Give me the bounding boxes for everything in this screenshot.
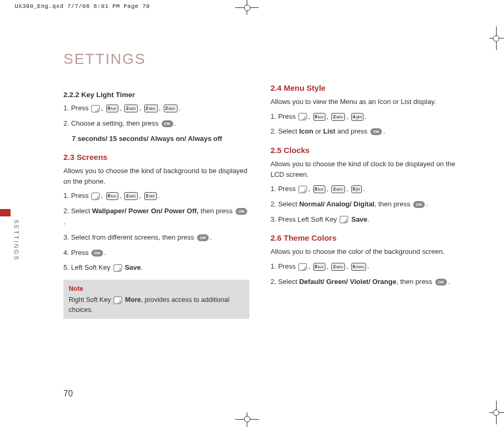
page-title: SETTINGS [63,51,456,68]
left-soft-key-icon [114,264,122,272]
note-box: Note Right Soft Key More, provides acces… [63,280,249,319]
text: 4. Press [63,249,90,257]
key-2-icon: 2abc [331,113,345,121]
text-bold: List [323,127,335,135]
page-number: 70 [63,389,73,398]
side-tab-label: SETTINGS [13,220,20,261]
options-2-2-2: 7 seconds/ 15 seconds/ Always on/ Always… [72,134,249,145]
key-8-icon: 8tuv [313,263,326,271]
left-column: 2.2.2 Key Light Timer 1. Press , 8tuv, 2… [63,83,249,319]
print-header: UX390_Eng.qxd 7/7/06 6:01 PM Page 70 [15,3,150,10]
key-2-icon: 2abc [124,192,138,200]
text: , then press [396,278,434,286]
heading-2-3: 2.3 Screens [63,153,249,162]
ok-key-icon: OK [413,201,425,208]
left-soft-key-icon [91,105,100,112]
step-2-2-2-2: 2. Choose a setting, then press OK. [63,118,249,129]
ok-key-icon: OK [162,120,173,127]
text: 2. Select [270,127,299,135]
step-2-3-5: 5. Left Soft Key Save. [63,262,249,273]
left-soft-key-icon [298,113,307,120]
right-column: 2.4 Menu Style Allows you to view the Me… [270,83,456,319]
text: 3. Press Left Soft Key [270,215,339,223]
key-3-icon: 3def [144,192,157,200]
key-4-icon: 4ghi [351,113,364,121]
step-2-3-1: 1. Press , 8tuv, 2abc, 3def. [63,191,249,202]
step-2-3-2: 2. Select Wallpaper/ Power On/ Power Off… [63,206,249,228]
step-2-4-2: 2. Select Icon or List and press OK. [270,126,456,137]
ok-key-icon: OK [435,279,447,286]
text-bold: Save [125,263,141,271]
text: 1. Press [270,112,297,120]
left-soft-key-icon [91,193,100,200]
text: and press [335,127,369,135]
heading-2-2-2: 2.2.2 Key Light Timer [63,91,249,99]
step-2-4-1: 1. Press , 8tuv, 2abc, 4ghi. [270,111,456,122]
left-soft-key-icon [340,216,348,223]
text-bold: Normal/ Analog/ Digital [299,200,375,208]
text: 2. Select [270,200,299,208]
step-2-6-1: 1. Press , 8tuv, 2abc, 6mno. [270,261,456,272]
key-8-icon: 8tuv [106,192,119,200]
ok-key-icon: OK [91,250,103,257]
intro-2-3: Allows you to choose the kind of backgro… [63,166,249,186]
text: 2. Select [270,278,299,286]
text-bold: Wallpaper/ Power On/ Power Off, [92,207,199,215]
text: 2. Choose a setting, then press [63,119,161,127]
ok-key-icon: OK [197,234,209,241]
key-2-icon: 2abc [164,105,178,112]
heading-2-6: 2.6 Theme Colors [270,233,456,242]
text: or [313,127,323,135]
step-2-2-2-1: 1. Press , 8tuv, 2abc, 2abc, 2abc. [63,103,249,114]
key-8-icon: 8tuv [106,105,119,112]
step-2-6-2: 2. Select Default/ Green/ Violet/ Orange… [270,277,456,288]
key-5-icon: 5jkl [351,185,362,193]
key-6-icon: 6mno [351,263,367,271]
step-2-5-3: 3. Press Left Soft Key Save. [270,214,456,225]
text: then press [199,207,235,215]
text: 5. Left Soft Key [63,263,113,271]
text: Right Soft Key [69,296,113,303]
side-accent-bar [0,209,11,216]
key-2-icon: 2abc [331,263,345,271]
key-2-icon: 2abc [124,105,138,112]
intro-2-5: Allows you to choose the kind of clock t… [270,159,456,179]
right-soft-key-icon [114,297,122,304]
text: 1. Press [63,192,90,200]
key-8-icon: 8tuv [313,185,326,193]
text: 2. Select [63,207,92,215]
text: 1. Press [270,185,297,193]
text: , then press [375,200,413,208]
text-bold: Icon [299,127,313,135]
step-2-5-2: 2. Select Normal/ Analog/ Digital, then … [270,199,456,210]
key-2-icon: 2abc [331,185,345,193]
step-2-5-1: 1. Press , 8tuv, 2abc, 5jkl. [270,184,456,195]
step-2-3-4: 4. Press OK. [63,248,249,259]
key-8-icon: 8tuv [313,113,326,121]
key-2-icon: 2abc [144,105,158,112]
note-title: Note [69,284,244,294]
text: 3. Select from different screens, then p… [63,233,196,241]
heading-2-5: 2.5 Clocks [270,146,456,155]
text: 1. Press [63,104,90,112]
text-bold: Default/ Green/ Violet/ Orange [299,278,396,286]
text: 1. Press [270,262,297,270]
intro-2-6: Allows you to choose the color of the ba… [270,246,456,257]
heading-2-4: 2.4 Menu Style [270,83,456,92]
left-soft-key-icon [298,186,307,193]
text-bold: Save [351,215,367,223]
ok-key-icon: OK [370,128,382,135]
intro-2-4: Allows you to view the Menu as an Icon o… [270,97,456,107]
text-bold: More [125,296,141,303]
left-soft-key-icon [298,263,307,271]
ok-key-icon: OK [236,208,247,215]
page-content: SETTINGS SETTINGS 2.2.2 Key Light Timer … [63,51,456,395]
step-2-3-3: 3. Select from different screens, then p… [63,232,249,243]
